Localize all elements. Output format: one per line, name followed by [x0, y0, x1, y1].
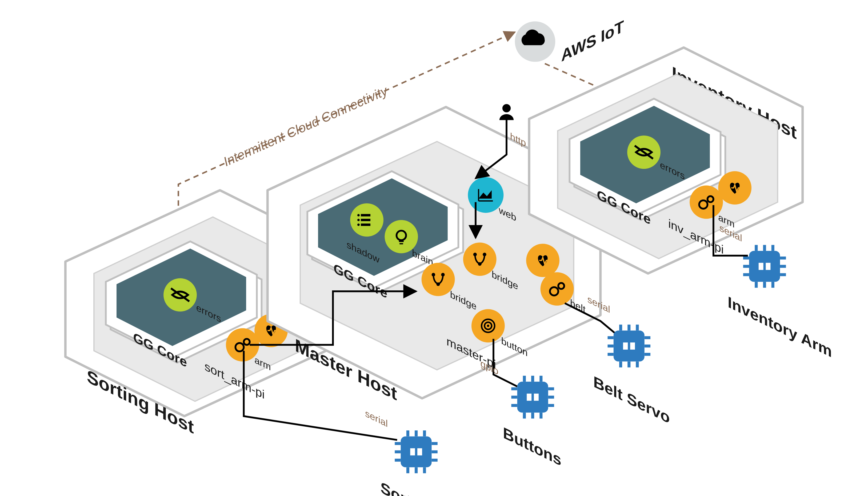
architecture-diagram: AWS IoT Intermittent Cloud Connectivity … — [0, 0, 868, 496]
sorting-arm-chip — [395, 430, 438, 473]
inventory-arm-label: Inventory Arm — [728, 293, 832, 361]
sorting-arm-label: Sorting Arm — [381, 478, 469, 496]
belt-servo-label: Belt Servo — [593, 372, 670, 427]
inventory-heart-node — [718, 171, 751, 204]
inventory-arm-chip — [743, 245, 786, 288]
buttons-label: Buttons — [503, 423, 561, 469]
master-heart-node — [526, 244, 559, 277]
buttons-chip — [511, 376, 554, 419]
aws-iot-label: AWS IoT — [561, 17, 624, 65]
serial-label-1: serial — [365, 407, 388, 429]
user-icon — [499, 104, 514, 120]
aws-iot-cloud: AWS IoT — [515, 17, 624, 65]
belt-servo-chip — [607, 325, 650, 368]
